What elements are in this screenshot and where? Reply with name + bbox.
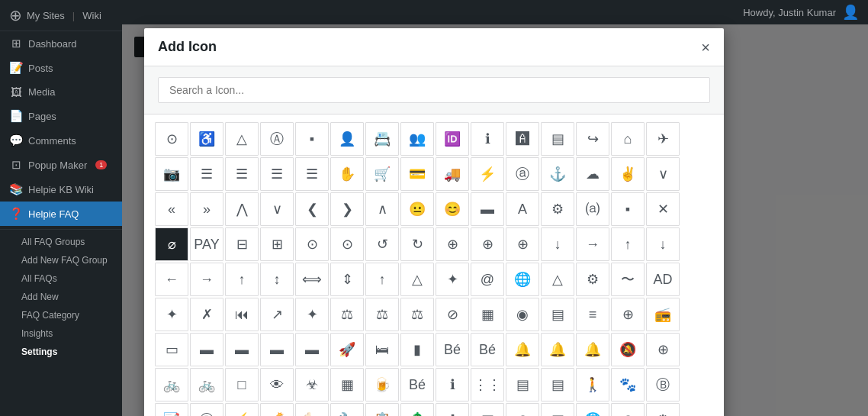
icon-cell[interactable]: PAY <box>190 227 223 261</box>
icon-cell[interactable]: ▤ <box>541 298 574 331</box>
icon-cell[interactable]: 🔔 <box>576 333 609 366</box>
icon-cell[interactable]: 📋 <box>365 403 399 416</box>
icon-cell[interactable]: 🚲 <box>155 368 188 401</box>
icon-cell[interactable]: ▮ <box>400 333 434 366</box>
icon-cell[interactable]: Bé <box>400 368 434 401</box>
icon-cell[interactable]: ↓ <box>541 227 574 261</box>
icon-cell[interactable]: ▤ <box>506 368 539 401</box>
icon-cell[interactable]: 🅰 <box>506 122 539 156</box>
icon-cell[interactable]: ✌ <box>611 157 645 191</box>
icon-cell[interactable]: 😊 <box>436 192 469 226</box>
icon-cell[interactable]: 🔔 <box>541 333 574 366</box>
sub-settings[interactable]: Settings <box>0 343 122 361</box>
icon-cell[interactable]: ❯ <box>330 192 364 226</box>
icon-cell[interactable]: 💳 <box>400 157 434 191</box>
icon-cell[interactable]: Bé <box>471 333 504 366</box>
icon-cell[interactable]: « <box>155 192 188 226</box>
icon-cell[interactable]: △ <box>400 263 434 296</box>
icon-cell[interactable]: □ <box>225 368 259 401</box>
icon-cell[interactable]: ☰ <box>260 157 294 191</box>
icon-cell[interactable]: 🐾 <box>611 368 645 401</box>
icon-cell[interactable]: @ <box>471 263 504 296</box>
icon-cell[interactable]: 👥 <box>400 122 434 156</box>
icon-cell[interactable]: ⋀ <box>225 192 259 226</box>
icon-cell[interactable]: ⓐ <box>506 157 539 191</box>
icon-cell[interactable]: ▨ <box>541 403 574 416</box>
icon-cell[interactable]: ⋮⋮ <box>471 368 504 401</box>
icon-cell[interactable]: 💣 <box>260 403 294 416</box>
icon-cell[interactable]: 🚚 <box>436 157 469 191</box>
icon-cell[interactable]: 🚲 <box>190 368 223 401</box>
icon-cell[interactable]: A <box>506 192 539 226</box>
icon-cell[interactable]: ⊕ <box>646 333 680 366</box>
icon-cell[interactable]: ↑ <box>611 227 645 261</box>
sub-insights[interactable]: Insights <box>0 324 122 343</box>
icon-cell[interactable]: ↑ <box>365 263 399 296</box>
icon-cell[interactable]: ▦ <box>330 368 364 401</box>
icon-cell[interactable]: ✚ <box>436 403 469 416</box>
icon-cell[interactable]: ✦ <box>155 298 188 331</box>
sidebar-item-posts[interactable]: 📝 Posts <box>0 56 122 80</box>
icon-cell[interactable]: △ <box>541 263 574 296</box>
icon-cell[interactable]: 🍺 <box>365 368 399 401</box>
icon-cell[interactable]: ▬ <box>295 333 329 366</box>
icon-cell[interactable]: ▣ <box>471 403 504 416</box>
icon-cell[interactable]: 🛒 <box>365 157 399 191</box>
icon-cell[interactable]: ⇕ <box>330 263 364 296</box>
icon-cell[interactable]: ◉ <box>506 298 539 331</box>
icon-cell[interactable]: 📇 <box>365 122 399 156</box>
icon-cell[interactable]: ↓ <box>646 227 680 261</box>
icon-cell[interactable]: 🛏 <box>365 333 399 366</box>
icon-cell[interactable]: ↗ <box>260 298 294 331</box>
icon-cell[interactable]: ♿ <box>190 122 223 156</box>
icon-cell[interactable]: ⊙ <box>155 122 188 156</box>
icon-cell[interactable]: 🚀 <box>330 333 364 366</box>
icon-cell[interactable]: 🔔 <box>506 333 539 366</box>
icon-cell[interactable]: Ⓑ <box>190 403 223 416</box>
sidebar-item-pages[interactable]: 📄 Pages <box>0 104 122 128</box>
icon-cell[interactable]: ⊙ <box>295 227 329 261</box>
icon-cell[interactable]: ⊞ <box>260 227 294 261</box>
sidebar-item-comments[interactable]: 💬 Comments <box>0 128 122 153</box>
icon-cell[interactable]: 📝 <box>155 403 188 416</box>
icon-cell[interactable]: ⏮ <box>225 298 259 331</box>
icon-cell[interactable]: ∧ <box>365 192 399 226</box>
icon-cell[interactable]: ☣ <box>295 368 329 401</box>
icon-cell[interactable]: 🆔 <box>436 122 469 156</box>
icon-cell[interactable]: 🔧 <box>330 403 364 416</box>
icon-cell[interactable]: 👁 <box>260 368 294 401</box>
sub-add-faq-group[interactable]: Add New FAQ Group <box>0 251 122 269</box>
icon-cell[interactable]: ⊙ <box>330 227 364 261</box>
icon-cell[interactable]: ✦ <box>295 298 329 331</box>
icon-cell[interactable]: ▤ <box>541 122 574 156</box>
sidebar-item-dashboard[interactable]: ⊞ Dashboard <box>0 31 122 56</box>
icon-cell[interactable]: ✗ <box>190 298 223 331</box>
sub-all-faq-groups[interactable]: All FAQ Groups <box>0 233 122 251</box>
icon-cell[interactable]: ↺ <box>365 227 399 261</box>
icon-cell[interactable]: ℹ <box>436 368 469 401</box>
icon-cell[interactable]: → <box>190 263 223 296</box>
icon-search-input[interactable] <box>158 77 710 103</box>
icon-cell[interactable]: ⚖ <box>365 298 399 331</box>
icon-cell[interactable]: ⊕ <box>436 227 469 261</box>
icon-cell[interactable]: ⚓ <box>541 157 574 191</box>
icon-cell[interactable]: 🔕 <box>611 333 645 366</box>
icon-cell[interactable]: ▭ <box>155 333 188 366</box>
icon-cell[interactable]: Bé <box>436 333 469 366</box>
icon-cell[interactable]: ↑ <box>225 263 259 296</box>
icon-cell[interactable]: 📷 <box>155 157 188 191</box>
icon-cell[interactable]: ✈ <box>646 122 680 156</box>
sidebar-item-helpie-kb[interactable]: 📚 Helpie KB Wiki <box>0 177 122 202</box>
icon-cell[interactable]: ↪ <box>576 122 609 156</box>
icon-cell[interactable]: ⚖ <box>400 298 434 331</box>
icon-cell[interactable]: ▪ <box>611 192 645 226</box>
icon-cell[interactable]: ⚙ <box>646 403 680 416</box>
icon-cell[interactable]: 💲 <box>400 403 434 416</box>
sidebar-item-media[interactable]: 🖼 Media <box>0 80 122 104</box>
sub-add-new[interactable]: Add New <box>0 288 122 306</box>
icon-cell[interactable]: ⚙ <box>541 192 574 226</box>
icon-cell[interactable]: ✦ <box>436 263 469 296</box>
icon-cell[interactable]: Ⓑ <box>646 368 680 401</box>
icon-cell[interactable]: 👤 <box>330 122 364 156</box>
icon-cell[interactable]: → <box>576 227 609 261</box>
